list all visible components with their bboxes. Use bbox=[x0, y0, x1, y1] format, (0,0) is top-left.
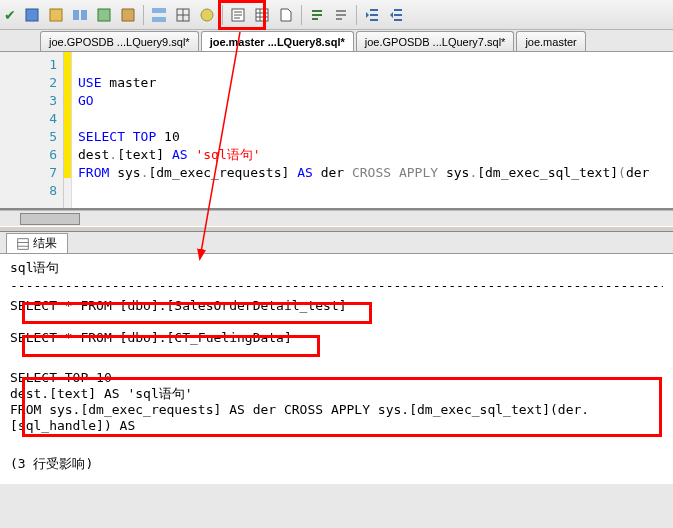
t: USE bbox=[78, 75, 101, 90]
svg-rect-0 bbox=[26, 9, 38, 21]
svg-point-10 bbox=[201, 9, 213, 21]
tb-btn-3[interactable] bbox=[69, 4, 91, 26]
results-text-pane[interactable]: sql语句 ----------------------------------… bbox=[0, 254, 673, 484]
t bbox=[125, 129, 133, 144]
results-tabstrip: 结果 bbox=[0, 232, 673, 254]
svg-rect-6 bbox=[152, 17, 166, 22]
svg-rect-1 bbox=[50, 9, 62, 21]
tb-btn-1[interactable] bbox=[21, 4, 43, 26]
ln: 5 bbox=[0, 128, 57, 146]
tab-query7[interactable]: joe.GPOSDB ...LQuery7.sql* bbox=[356, 31, 515, 51]
tb-btn-7[interactable] bbox=[172, 4, 194, 26]
t: ( bbox=[618, 165, 626, 180]
results-tab[interactable]: 结果 bbox=[6, 233, 68, 253]
decrease-indent-icon[interactable] bbox=[361, 4, 383, 26]
change-marker-strip bbox=[64, 52, 72, 208]
results-file-icon[interactable] bbox=[275, 4, 297, 26]
t: master bbox=[101, 75, 156, 90]
comment-icon[interactable] bbox=[306, 4, 328, 26]
results-tab-label: 结果 bbox=[33, 235, 57, 252]
t bbox=[438, 165, 446, 180]
tb-btn-8[interactable] bbox=[196, 4, 218, 26]
svg-rect-32 bbox=[18, 238, 29, 249]
tb-btn-5[interactable] bbox=[117, 4, 139, 26]
tab-master[interactable]: joe.master bbox=[516, 31, 585, 51]
t bbox=[391, 165, 399, 180]
t: [text] bbox=[117, 147, 172, 162]
editor-hscroll[interactable] bbox=[0, 210, 673, 226]
sql-editor[interactable]: 1 2 3 4 5 6 7 8 USE master GO SELECT TOP… bbox=[0, 52, 673, 210]
line-gutter: 1 2 3 4 5 6 7 8 bbox=[0, 52, 64, 208]
t: TOP bbox=[133, 129, 156, 144]
t: AS bbox=[172, 147, 188, 162]
t: GO bbox=[78, 93, 94, 108]
ln: 3 bbox=[0, 92, 57, 110]
t: sys bbox=[446, 165, 469, 180]
t: FROM bbox=[78, 165, 109, 180]
t: CROSS bbox=[352, 165, 391, 180]
code-area[interactable]: USE master GO SELECT TOP 10 dest.[text] … bbox=[72, 52, 673, 208]
tab-query8-label: joe.master ...LQuery8.sql* bbox=[210, 36, 345, 48]
results-column-header: sql语句 bbox=[10, 260, 663, 276]
scrollbar-thumb[interactable] bbox=[20, 213, 80, 225]
t: APPLY bbox=[399, 165, 438, 180]
t: 'sql语句' bbox=[195, 147, 260, 162]
svg-rect-5 bbox=[152, 8, 166, 13]
tb-btn-6[interactable] bbox=[148, 4, 170, 26]
uncomment-icon[interactable] bbox=[330, 4, 352, 26]
svg-rect-3 bbox=[81, 10, 87, 20]
t: SELECT bbox=[78, 129, 125, 144]
annotation-box-toolbar bbox=[218, 0, 266, 30]
annotation-box-row3 bbox=[22, 377, 662, 437]
t: 10 bbox=[156, 129, 179, 144]
toolbar-separator bbox=[356, 5, 357, 25]
toolbar-separator bbox=[143, 5, 144, 25]
ln: 8 bbox=[0, 182, 57, 200]
toolbar: ✔ bbox=[0, 0, 673, 30]
ln: 4 bbox=[0, 110, 57, 128]
results-icon bbox=[17, 238, 29, 250]
document-tabstrip: joe.GPOSDB ...LQuery9.sql* joe.master ..… bbox=[0, 30, 673, 52]
increase-indent-icon[interactable] bbox=[385, 4, 407, 26]
execute-check-icon: ✔ bbox=[4, 7, 16, 23]
ln: 7 bbox=[0, 164, 57, 182]
t: [dm_exec_requests] bbox=[148, 165, 297, 180]
t: . bbox=[109, 147, 117, 162]
tab-query8[interactable]: joe.master ...LQuery8.sql* bbox=[201, 31, 354, 51]
results-divider: ----------------------------------------… bbox=[10, 278, 663, 294]
svg-rect-2 bbox=[73, 10, 79, 20]
annotation-box-row1 bbox=[22, 302, 372, 324]
t: der bbox=[626, 165, 649, 180]
rows-affected: (3 行受影响) bbox=[10, 456, 663, 472]
t: [dm_exec_sql_text] bbox=[477, 165, 618, 180]
t: dest bbox=[78, 147, 109, 162]
ln: 6 bbox=[0, 146, 57, 164]
ln: 2 bbox=[0, 74, 57, 92]
t: der bbox=[313, 165, 352, 180]
tab-query9[interactable]: joe.GPOSDB ...LQuery9.sql* bbox=[40, 31, 199, 51]
ln: 1 bbox=[0, 56, 57, 74]
t bbox=[109, 165, 117, 180]
t: sys bbox=[117, 165, 140, 180]
svg-rect-4 bbox=[98, 9, 110, 21]
tb-btn-2[interactable] bbox=[45, 4, 67, 26]
tb-btn-4[interactable] bbox=[93, 4, 115, 26]
annotation-box-row2 bbox=[22, 335, 320, 357]
t: AS bbox=[297, 165, 313, 180]
toolbar-separator bbox=[301, 5, 302, 25]
